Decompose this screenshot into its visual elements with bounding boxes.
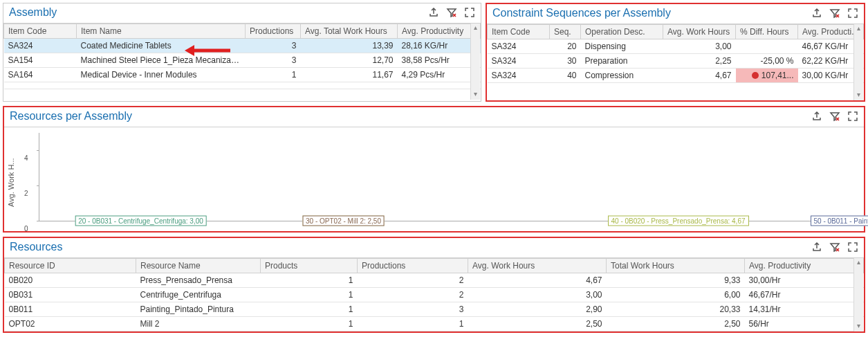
resources-table[interactable]: Resource ID Resource Name Products Produ… — [4, 258, 864, 331]
scrollbar[interactable]: ▴▾ — [853, 258, 863, 331]
col-avg-hours[interactable]: Avg. Total Work Hours — [301, 24, 398, 39]
col-op-desc[interactable]: Operation Desc. — [581, 25, 663, 39]
col-item-code[interactable]: Item Code — [4, 24, 77, 39]
table-row[interactable]: SA32440Compression4,67107,41...30,00 KG/… — [488, 69, 864, 83]
bar-label: 30 - OPT02 - Mill 2: 2,50 — [302, 216, 385, 226]
filter-clear-icon[interactable] — [829, 8, 840, 19]
table-row[interactable]: 0B020Press_Prensado_Prensa124,679,3330,0… — [5, 273, 864, 288]
col-total-hours[interactable]: Total Work Hours — [607, 259, 745, 273]
col-res-name[interactable]: Resource Name — [136, 259, 261, 273]
constraint-table[interactable]: Item Code Seq. Operation Desc. Avg. Work… — [487, 24, 864, 83]
table-row[interactable]: SA32420Dispensing3,0046,67 KG/Hr — [488, 39, 864, 54]
col-item-code[interactable]: Item Code — [488, 25, 550, 39]
table-row[interactable]: SA324Coated Medicine Tablets313,3928,16 … — [4, 39, 481, 53]
bar-label: 20 - 0B031 - Centrifuge_Centrifuga: 3,00 — [75, 216, 207, 226]
col-avg-hours[interactable]: Avg. Work Hours — [468, 259, 607, 273]
expand-icon[interactable] — [847, 8, 858, 19]
chart-title: Resources per Assembly — [10, 110, 811, 122]
constraint-panel: Constraint Sequences per Assembly Item C… — [486, 3, 865, 102]
resources-panel: Resources Resource ID Resource Name Prod… — [3, 237, 865, 333]
y-axis-label: Avg. Work H... — [7, 141, 15, 224]
constraint-title: Constraint Sequences per Assembly — [492, 7, 811, 19]
col-productions[interactable]: Productions — [358, 259, 468, 273]
assembly-panel: Assembly Item Code Item Name Productions… — [3, 3, 481, 102]
col-avg-prod[interactable]: Avg. Productivity — [745, 259, 864, 273]
scrollbar[interactable]: ▴▾ — [853, 24, 863, 100]
table-row[interactable]: 0B011Painting_Pintado_Pintura132,9020,33… — [5, 302, 864, 317]
col-products[interactable]: Products — [261, 259, 358, 273]
bar-label: 50 - 0B011 - Painting_Pintado_Pintura: 2… — [811, 216, 869, 226]
export-icon[interactable] — [428, 7, 439, 18]
chart[interactable]: Avg. Work H... 20 - 0B031 - Centrifuge_C… — [4, 127, 864, 231]
constraint-header: Constraint Sequences per Assembly — [487, 4, 864, 24]
table-row[interactable]: SA154Machined Steel Piece 1_Pieza Mecani… — [4, 53, 481, 68]
table-row[interactable]: OPT02Mill 2112,502,5056/Hr — [5, 317, 864, 331]
assembly-title: Assembly — [9, 6, 428, 19]
filter-clear-icon[interactable] — [446, 7, 457, 18]
assembly-header: Assembly — [3, 3, 481, 24]
resources-title: Resources — [10, 241, 811, 253]
expand-icon[interactable] — [464, 7, 475, 18]
table-row[interactable]: 0B031Centrifuge_Centrifuga123,006,0046,6… — [5, 288, 864, 302]
col-diff[interactable]: % Diff. Hours — [736, 25, 798, 39]
col-avg-hours[interactable]: Avg. Work Hours — [663, 25, 736, 39]
export-icon[interactable] — [811, 8, 822, 19]
alert-dot-icon — [752, 72, 759, 79]
export-icon[interactable] — [811, 242, 822, 253]
scrollbar[interactable]: ▴▾ — [470, 24, 480, 100]
expand-icon[interactable] — [847, 242, 858, 253]
resources-per-assembly-panel: Resources per Assembly Avg. Work H... 20… — [3, 106, 865, 233]
col-productions[interactable]: Productions — [246, 24, 301, 39]
filter-clear-icon[interactable] — [829, 111, 840, 122]
export-icon[interactable] — [811, 111, 822, 122]
table-row[interactable]: SA32430Preparation2,25-25,00 %62,22 KG/H… — [488, 54, 864, 69]
col-avg-productivity[interactable]: Avg. Productivity — [398, 24, 481, 39]
assembly-table[interactable]: Item Code Item Name Productions Avg. Tot… — [3, 24, 481, 89]
expand-icon[interactable] — [847, 111, 858, 122]
filter-clear-icon[interactable] — [829, 242, 840, 253]
col-seq[interactable]: Seq. — [550, 25, 581, 39]
table-row[interactable]: SA164Medical Device - Inner Modules111,6… — [4, 68, 481, 82]
col-item-name[interactable]: Item Name — [77, 24, 246, 39]
col-res-id[interactable]: Resource ID — [5, 259, 136, 273]
bar-label: 40 - 0B020 - Press_Prensado_Prensa: 4,67 — [608, 216, 749, 226]
